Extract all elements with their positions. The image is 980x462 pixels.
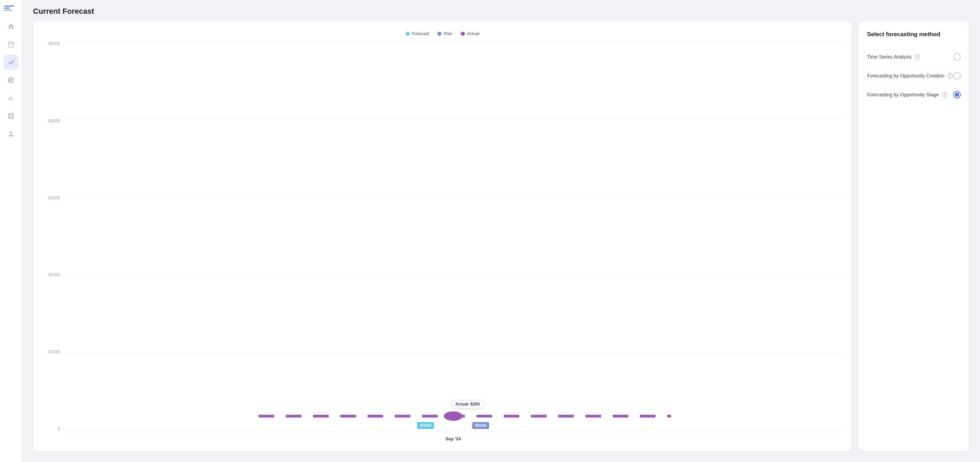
logo xyxy=(0,5,22,11)
page-title: Current Forecast xyxy=(33,7,969,16)
right-panel: Select forecasting method Time Series An… xyxy=(859,21,969,451)
legend-label-actual: Actual xyxy=(467,31,479,36)
chart-icon xyxy=(7,59,15,66)
sidebar-item-home[interactable] xyxy=(3,19,19,34)
grid-lines: $3650 $5000 xyxy=(64,42,842,432)
y-axis: 0 $1000 $2000 $3000 $4000 $5000 xyxy=(43,42,60,441)
legend-label-forecast: Forecast xyxy=(412,31,430,36)
radio-opportunity-stage[interactable] xyxy=(953,91,961,98)
legend-dot-actual xyxy=(461,32,465,36)
option-label-opportunity-creation: Forecasting by Opportunity Creation xyxy=(867,73,945,78)
chart-card: Forecast Plan Actual 0 $1000 $2000 xyxy=(33,21,852,451)
y-label-2000: $2000 xyxy=(43,273,60,277)
forecast-option-opportunity-creation: Forecasting by Opportunity Creation ? xyxy=(867,67,961,86)
actual-line-svg xyxy=(64,42,842,432)
bar-icon xyxy=(7,94,15,102)
sidebar-item-settings-user[interactable] xyxy=(3,126,19,141)
legend-plan: Plan xyxy=(438,31,452,36)
chart-legend: Forecast Plan Actual xyxy=(43,31,842,36)
main-content: Current Forecast Forecast Plan Actual xyxy=(22,0,980,462)
y-label-5000: $5000 xyxy=(43,42,60,46)
sidebar xyxy=(0,0,22,462)
actual-dot xyxy=(444,411,463,421)
sidebar-item-clipboard[interactable] xyxy=(3,108,19,124)
sidebar-item-bar[interactable] xyxy=(3,90,19,106)
chart-wrapper: 0 $1000 $2000 $3000 $4000 $5000 xyxy=(43,42,842,441)
y-label-3000: $3000 xyxy=(43,196,60,200)
legend-label-plan: Plan xyxy=(444,31,452,36)
option-label-time-series: Time Series Analysis xyxy=(867,54,912,60)
option-left-opportunity-stage: Forecasting by Opportunity Stage ? xyxy=(867,92,947,97)
legend-dot-forecast xyxy=(406,32,410,36)
y-label-1000: $1000 xyxy=(43,350,60,354)
sidebar-item-chart[interactable] xyxy=(3,55,19,70)
forecast-option-time-series: Time Series Analysis ? xyxy=(867,48,961,67)
x-axis: Sep '24 xyxy=(64,432,842,441)
help-icon-opportunity-creation[interactable]: ? xyxy=(947,73,953,78)
option-left-time-series: Time Series Analysis ? xyxy=(867,54,920,60)
legend-actual: Actual xyxy=(461,31,479,36)
help-icon-opportunity-stage[interactable]: ? xyxy=(942,92,947,97)
option-label-opportunity-stage: Forecasting by Opportunity Stage xyxy=(867,92,939,97)
logo-bar-1 xyxy=(4,5,14,6)
y-label-4000: $4000 xyxy=(43,119,60,123)
settings-user-icon xyxy=(7,130,15,138)
sidebar-item-calendar[interactable] xyxy=(3,37,19,52)
legend-dot-plan xyxy=(438,32,441,36)
content-area: Forecast Plan Actual 0 $1000 $2000 xyxy=(22,21,980,462)
y-label-0: 0 xyxy=(43,427,60,431)
chart-plot: $3650 $5000 xyxy=(64,42,842,441)
sidebar-item-pie[interactable] xyxy=(3,73,19,88)
forecast-option-opportunity-stage: Forecasting by Opportunity Stage ? xyxy=(867,86,961,104)
option-left-opportunity-creation: Forecasting by Opportunity Creation ? xyxy=(867,73,953,78)
actual-tooltip: Actual: $200 xyxy=(452,400,484,408)
panel-title: Select forecasting method xyxy=(867,31,961,38)
calendar-icon xyxy=(7,41,15,48)
home-icon xyxy=(7,23,15,30)
help-icon-time-series[interactable]: ? xyxy=(914,54,920,60)
clipboard-icon xyxy=(7,112,15,120)
logo-bar-3 xyxy=(4,10,13,11)
pie-icon xyxy=(7,76,15,84)
radio-time-series[interactable] xyxy=(953,53,961,60)
logo-bar-2 xyxy=(4,8,10,9)
x-label: Sep '24 xyxy=(445,436,461,441)
page-header: Current Forecast xyxy=(22,0,980,21)
radio-opportunity-creation[interactable] xyxy=(953,72,961,79)
legend-forecast: Forecast xyxy=(406,31,430,36)
